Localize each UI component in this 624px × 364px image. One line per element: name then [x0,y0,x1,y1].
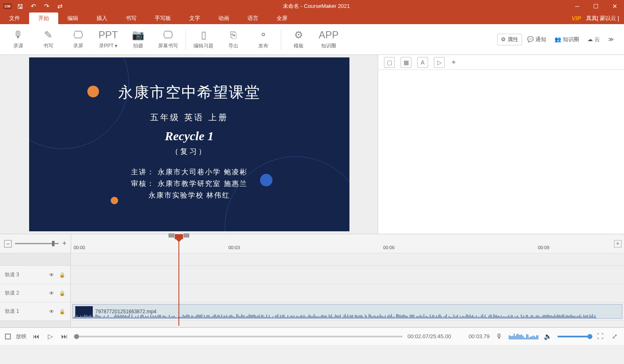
vip-badge: VIP [572,15,581,22]
ribbon-录PPT[interactable]: PPT录PPT ▾ [93,26,123,53]
marker-time: 00:03.79 [468,333,490,339]
text-tool-icon[interactable]: A [417,57,428,68]
panel-tab-云[interactable]: ☁云 [584,34,603,45]
slide-preview[interactable]: 永康市空中希望课堂 五年级 英语 上册 Recycle 1 （复习） 主讲： 永… [29,57,349,231]
fullscreen-icon[interactable]: ⛶ [596,332,605,341]
zoom-control: − + [0,239,71,248]
next-button[interactable]: ⏭ [60,332,69,341]
user-label[interactable]: 真真[ 蒙以云 ] [586,15,619,22]
visibility-icon[interactable]: 👁 [49,309,54,314]
menu-动画[interactable]: 动画 [209,12,238,24]
preview-pane: 永康市空中希望课堂 五年级 英语 上册 Recycle 1 （复习） 主讲： 永… [0,55,378,234]
pin-icon[interactable]: ⤢ [610,332,619,341]
more-icon[interactable]: ≫ [605,35,617,44]
maximize-button[interactable]: ☐ [587,0,605,12]
play-label: 放映 [16,333,27,340]
video-clip[interactable]: 797877201251663872.mp4 [72,304,622,319]
ruler-tick: 00:09 [538,245,550,250]
track-body[interactable] [71,266,624,284]
lock-icon[interactable]: 🔒 [59,290,65,296]
ribbon-导出[interactable]: ⎘导出 [218,26,248,53]
decorative-dot [111,197,118,204]
panel-tab-知识圈[interactable]: 👥知识圈 [551,34,582,45]
audio-waveform [73,313,622,318]
ribbon-模板[interactable]: ⚙模板 [284,26,314,53]
menu-编辑[interactable]: 编辑 [58,12,87,24]
menu-手写板[interactable]: 手写板 [146,12,180,24]
zoom-in-button[interactable]: + [62,239,67,248]
decorative-dot [87,86,99,97]
app-icon: CM [3,3,12,9]
visibility-icon[interactable]: 👁 [49,272,54,278]
window-title: 未命名 - CourseMaker 2021 [65,2,568,10]
volume-icon[interactable]: 🔈 [543,332,552,341]
ribbon-toolbar: 🎙录课✎书写🖵录屏PPT录PPT ▾📷拍摄🖵屏幕书写▯编辑习题⎘导出⚬发布⚙模板… [0,24,624,55]
play-button[interactable]: ▷ [46,332,55,341]
track-label: 轨道 2 [5,290,44,297]
swap-icon[interactable]: ⇄ [55,1,65,11]
main-area: 永康市空中希望课堂 五年级 英语 上册 Recycle 1 （复习） 主讲： 永… [0,55,624,234]
volume-slider[interactable] [557,336,591,337]
lock-icon[interactable]: 🔒 [59,309,65,314]
menu-书写[interactable]: 书写 [116,12,146,24]
panel-tab-通知[interactable]: 💬通知 [524,34,550,45]
ribbon-编辑习题[interactable]: ▯编辑习题 [188,26,218,53]
mic-icon[interactable]: 🎙 [495,332,504,341]
save-icon[interactable]: 🖫 [15,1,25,11]
timeline-ruler[interactable]: 00:0000:0300:0600:09 [71,234,614,253]
properties-panel: ▢ ▦ A ▷ ✦ [378,55,624,234]
vu-meter [509,334,538,339]
tracks-container: 轨道 3 👁 🔒 轨道 2 👁 🔒 轨道 1 👁 🔒 [0,253,624,327]
undo-icon[interactable]: ↶ [28,1,38,11]
layout-single-icon[interactable]: ▢ [384,57,395,68]
layout-grid-icon[interactable]: ▦ [401,57,411,68]
minimize-button[interactable]: ─ [568,0,587,12]
ribbon-知识圈[interactable]: APP知识圈 [314,26,344,53]
menu-插入[interactable]: 插入 [87,12,116,24]
progress-slider[interactable] [74,336,403,337]
ribbon-屏幕书写[interactable]: 🖵屏幕书写 [153,26,183,53]
track-row: 轨道 3 👁 🔒 [0,266,624,284]
menu-bar: 文件开始编辑插入书写手写板文字动画语言全屏 VIP 真真[ 蒙以云 ] [0,12,624,24]
ribbon-书写[interactable]: ✎书写 [33,26,63,53]
ribbon-录课[interactable]: 🎙录课 [3,26,33,53]
title-bar: CM 🖫 ↶ ↷ ⇄ 未命名 - CourseMaker 2021 ─ ☐ ✕ [0,0,624,12]
redo-icon[interactable]: ↷ [42,1,52,11]
menu-文件[interactable]: 文件 [0,12,29,24]
timeline-options-icon[interactable]: ▾ [614,240,622,248]
star-icon[interactable]: ✦ [451,58,460,67]
timeline: − + 00:0000:0300:0600:09 ▾ 轨道 3 👁 🔒 轨道 [0,234,624,327]
playhead[interactable] [178,234,179,326]
ruler-tick: 00:03 [228,245,240,250]
menu-语言[interactable]: 语言 [238,12,267,24]
side-toolbar: ▢ ▦ A ▷ ✦ [378,55,624,70]
track-row: 轨道 2 👁 🔒 [0,284,624,302]
stop-button[interactable] [5,334,11,339]
ruler-tick: 00:06 [383,245,395,250]
track-row: 轨道 1 👁 🔒 797877201251663872.mp4 [0,302,624,321]
menu-开始[interactable]: 开始 [29,12,58,24]
ribbon-拍摄[interactable]: 📷拍摄 [123,26,153,53]
ruler-tick: 00:00 [74,245,85,250]
decorative-dot [260,174,272,186]
panel-tab-属性[interactable]: ⚙属性 [497,34,522,45]
playback-bar: 放映 ⏮ ▷ ⏭ 00:02.07/25:45.00 00:03.79 🎙 🔈 … [0,327,624,345]
track-body[interactable]: 797877201251663872.mp4 [71,302,624,320]
time-display: 00:02.07/25:45.00 [408,333,451,339]
zoom-out-button[interactable]: − [4,240,12,248]
play-tool-icon[interactable]: ▷ [434,57,445,68]
visibility-icon[interactable]: 👁 [49,290,54,296]
ribbon-录屏[interactable]: 🖵录屏 [63,26,93,53]
lock-icon[interactable]: 🔒 [59,272,65,278]
track-label: 轨道 1 [5,308,44,315]
ribbon-发布[interactable]: ⚬发布 [248,26,278,53]
close-button[interactable]: ✕ [605,0,624,12]
slide-subtitle-3: （复习） [29,146,349,156]
menu-全屏[interactable]: 全屏 [267,12,297,24]
track-body[interactable] [71,284,624,302]
prev-button[interactable]: ⏮ [32,332,41,341]
track-label: 轨道 3 [5,271,44,278]
zoom-slider[interactable] [15,243,59,244]
menu-文字[interactable]: 文字 [180,12,209,24]
